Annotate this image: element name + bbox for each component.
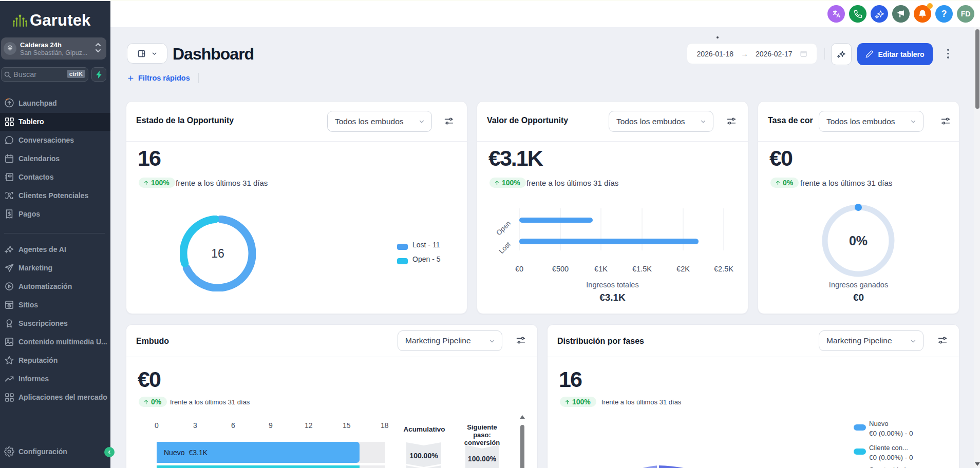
svg-text:€1.5K: €1.5K (632, 265, 652, 273)
svg-text:€500: €500 (552, 265, 569, 273)
svg-text:€2.5K: €2.5K (714, 265, 733, 273)
svg-text:Lost: Lost (497, 240, 512, 255)
svg-text:€1K: €1K (594, 265, 608, 273)
svg-text:16: 16 (211, 247, 224, 260)
svg-text:€0: €0 (515, 265, 523, 273)
svg-text:Open: Open (495, 220, 512, 237)
svg-text:€2K: €2K (676, 265, 690, 273)
svg-text:0%: 0% (849, 233, 868, 248)
